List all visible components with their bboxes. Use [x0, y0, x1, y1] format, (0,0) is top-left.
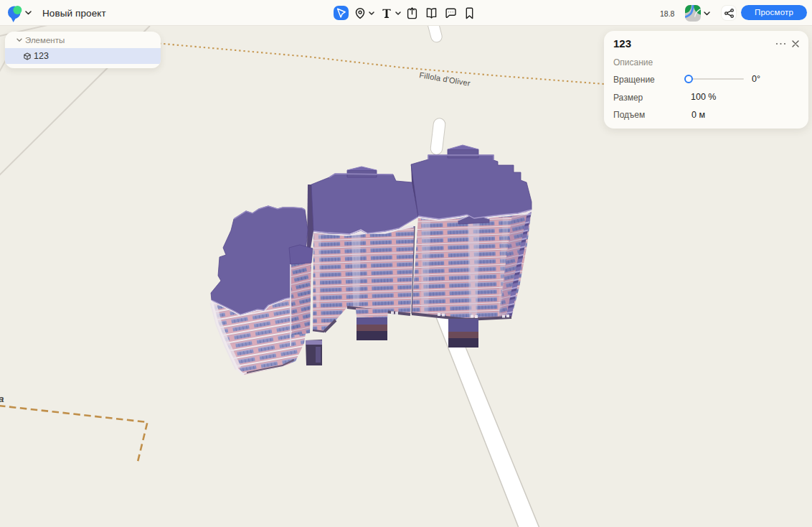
svg-text:а: а: [0, 393, 4, 404]
